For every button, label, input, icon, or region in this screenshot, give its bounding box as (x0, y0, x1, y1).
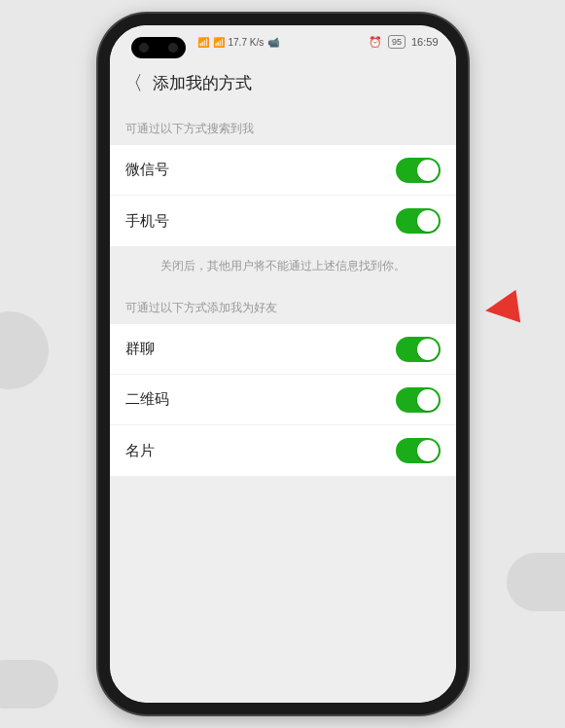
row-card[interactable]: 名片 (110, 425, 456, 476)
status-right: ⏰ 95 16:59 (369, 35, 439, 49)
row-qr-code[interactable]: 二维码 (110, 375, 456, 425)
row-label: 群聊 (125, 340, 155, 358)
page-title: 添加我的方式 (153, 72, 252, 94)
status-left: 📶 📶 17.7 K/s 📹 (197, 37, 280, 48)
search-methods-list: 微信号 手机号 (110, 145, 456, 246)
row-group-chat[interactable]: 群聊 (110, 324, 456, 375)
clock: 16:59 (411, 36, 439, 48)
net-speed: 17.7 K/s (229, 37, 265, 48)
row-label: 微信号 (125, 161, 169, 179)
toggle-card[interactable] (396, 438, 441, 463)
volume-button (456, 181, 460, 259)
power-button (456, 278, 460, 327)
screen: 📶 📶 17.7 K/s 📹 ⏰ 95 16:59 〈 添加我的方式 可通过以下… (110, 25, 456, 703)
arrow-pointer-icon (483, 290, 520, 327)
bg-shape (0, 311, 49, 389)
toggle-qr-code[interactable] (396, 387, 441, 413)
section-header-search: 可通过以下方式搜索到我 (110, 107, 456, 145)
row-label: 二维码 (125, 390, 169, 409)
battery-indicator: 95 (388, 35, 406, 49)
row-label: 手机号 (125, 212, 169, 231)
back-button[interactable]: 〈 (124, 70, 143, 96)
alarm-icon: ⏰ (369, 36, 382, 49)
row-phone[interactable]: 手机号 (110, 196, 456, 246)
row-wechat-id[interactable]: 微信号 (110, 145, 456, 196)
toggle-wechat-id[interactable] (396, 158, 441, 183)
camera-pill (131, 37, 186, 58)
signal-icon: 📶 (197, 37, 209, 48)
toggle-group-chat[interactable] (396, 337, 441, 362)
bg-shape (507, 553, 565, 611)
toggle-phone[interactable] (396, 208, 441, 234)
wifi-icon: 📶 (213, 37, 225, 48)
video-icon: 📹 (267, 37, 279, 48)
add-methods-list: 群聊 二维码 名片 (110, 324, 456, 476)
bg-shape (0, 660, 58, 709)
phone-frame: 📶 📶 17.7 K/s 📹 ⏰ 95 16:59 〈 添加我的方式 可通过以下… (98, 14, 468, 714)
chevron-left-icon: 〈 (124, 72, 143, 93)
section-header-add: 可通过以下方式添加我为好友 (110, 286, 456, 324)
hint-text: 关闭后，其他用户将不能通过上述信息找到你。 (110, 246, 456, 286)
row-label: 名片 (125, 442, 155, 460)
page-header: 〈 添加我的方式 (110, 58, 456, 107)
